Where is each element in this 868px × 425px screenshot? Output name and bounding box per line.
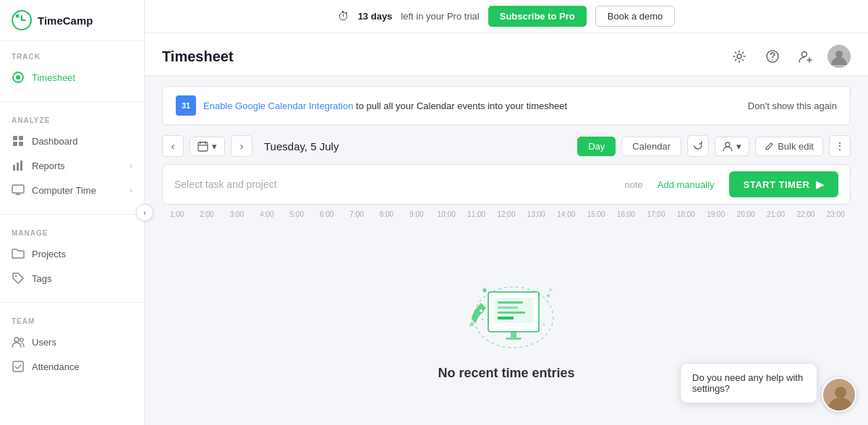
next-date-button[interactable]: › [231,135,252,157]
user-filter-button[interactable]: ▾ [715,137,749,156]
check-square-icon [12,360,25,373]
svg-point-46 [835,387,846,398]
chat-bubble-text: Do you need any help with settings? [692,372,803,394]
sidebar-item-reports[interactable]: Reports › [0,153,144,178]
circle-icon [12,71,25,84]
sidebar-item-label: Users [32,337,56,348]
subscribe-button[interactable]: Subscribe to Pro [488,6,587,27]
add-manually-button[interactable]: Add manually [658,179,715,190]
sidebar-section-team: TEAM Users Attendance [0,306,144,387]
svg-point-20 [772,59,773,61]
prev-date-button[interactable]: ‹ [162,135,184,157]
more-dots-icon: ⋮ [835,141,846,151]
sidebar-item-label: Attendance [32,361,80,372]
sidebar-item-users[interactable]: Users [0,330,144,354]
help-button[interactable] [761,45,784,68]
sidebar-section-analyze: ANALYZE Dashboard Reports › [0,105,144,211]
chat-avatar[interactable] [822,377,856,412]
google-calendar-icon: 31 [176,95,196,116]
select-task-placeholder[interactable]: Select task and project [174,179,616,190]
sidebar-toggle-button[interactable]: ‹ [136,204,153,221]
time-ruler: 1:002:003:004:005:006:007:008:009:0010:0… [145,205,868,218]
svg-point-28 [726,142,730,147]
calendar-banner-left: 31 Enable Google Calendar Integration to… [176,95,567,116]
svg-rect-4 [13,136,17,140]
sidebar-section-label-team: TEAM [0,314,144,330]
question-icon [765,49,780,64]
logo: TimeCamp [0,0,144,41]
grid-icon [12,134,25,147]
empty-illustration: ✕ ✕ [441,263,571,357]
svg-point-3 [16,75,20,80]
time-tick: 21:00 [761,210,791,218]
timer-icon: ⏱ [338,10,349,23]
day-view-button[interactable]: Day [577,137,616,156]
timer-row: Select task and project note Add manuall… [162,164,851,205]
start-timer-button[interactable]: START TIMER ▶ [729,171,838,197]
svg-rect-33 [498,306,518,309]
dont-show-button[interactable]: Don't show this again [748,100,837,111]
header-icons [728,45,851,68]
date-picker-button[interactable]: ▾ [190,137,225,156]
svg-rect-37 [506,338,522,340]
refresh-icon [693,141,703,151]
sidebar-section-label-manage: MANAGE [0,226,144,241]
calendar-view-button[interactable]: Calendar [621,137,681,156]
chevron-right-icon: › [129,186,132,194]
svg-point-41 [482,318,484,320]
sidebar-item-computer-time[interactable]: Computer Time › [0,178,144,202]
more-options-button[interactable]: ⋮ [829,135,851,157]
time-tick: 20:00 [731,210,760,218]
page-title: Timesheet [162,48,234,65]
time-tick: 6:00 [312,210,341,218]
time-tick: 4:00 [252,210,281,218]
page-header: Timesheet [145,33,868,76]
settings-button[interactable] [728,45,751,68]
svg-text:✕: ✕ [548,287,553,293]
svg-point-15 [14,338,19,342]
svg-point-16 [20,338,23,341]
sidebar-item-timesheet[interactable]: Timesheet [0,65,144,90]
time-tick: 15:00 [581,210,610,218]
empty-state-title: No recent time entries [438,366,574,381]
chat-bubble: Do you need any help with settings? [680,363,817,403]
monitor-icon [12,184,25,197]
calendar-banner: 31 Enable Google Calendar Integration to… [162,86,851,125]
sidebar-item-label: Computer Time [32,185,96,196]
time-tick: 12:00 [491,210,521,218]
sidebar-item-label: Reports [32,160,65,171]
sidebar: TimeCamp TRACK Timesheet ANALYZE [0,0,145,425]
logo-icon [12,10,32,30]
time-tick: 5:00 [282,210,312,218]
bar-chart-icon [12,159,25,172]
sidebar-section-manage: MANAGE Projects Tags [0,218,144,299]
current-date: Tuesday, 5 July [264,140,566,153]
sidebar-item-projects[interactable]: Projects [0,241,144,266]
time-tick: 8:00 [372,210,401,218]
sidebar-item-tags[interactable]: Tags [0,266,144,291]
edit-icon [765,142,774,151]
sidebar-item-dashboard[interactable]: Dashboard [0,129,144,153]
note-label: note [624,179,642,190]
banner-text: left in your Pro trial [401,11,479,22]
book-demo-button[interactable]: Book a demo [595,6,676,27]
user-icon [723,141,733,151]
add-user-icon [799,49,813,64]
bulk-edit-button[interactable]: Bulk edit [755,137,823,156]
sidebar-item-attendance[interactable]: Attendance [0,354,144,379]
svg-rect-35 [498,317,514,319]
time-tick: 23:00 [821,210,851,218]
add-user-button[interactable] [794,45,817,68]
avatar[interactable] [827,45,851,68]
timesheet-toolbar: ‹ ▾ › Tuesday, 5 July Day Calendar [145,125,868,164]
time-tick: 7:00 [341,210,371,218]
folder-icon [12,247,25,260]
top-banner: ⏱ 13 days left in your Pro trial Subscri… [145,0,868,33]
sidebar-item-label: Timesheet [32,72,75,83]
time-tick: 1:00 [162,210,192,218]
calendar-integration-link[interactable]: Enable Google Calendar Integration [203,100,353,111]
avatar-icon [827,45,851,68]
gear-icon [732,49,746,64]
refresh-button[interactable] [687,135,709,157]
calendar-banner-text: Enable Google Calendar Integration to pu… [203,100,567,111]
